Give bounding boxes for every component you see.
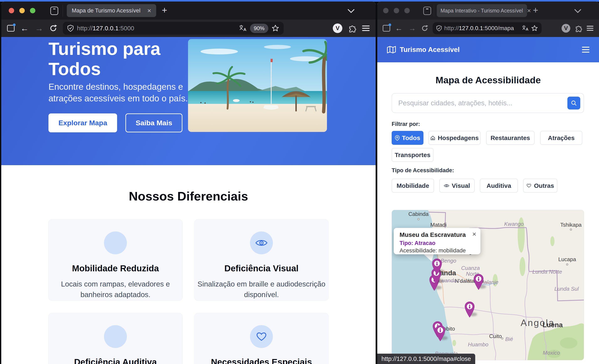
url-text[interactable]: http://127.0.0.1:5000/mapa xyxy=(444,25,514,32)
map-label: Kwango xyxy=(504,221,524,227)
filter-atracoes-button[interactable]: Atrações xyxy=(540,131,582,145)
bookmark-star-icon[interactable] xyxy=(272,25,279,32)
type-auditiva-button[interactable]: Auditiva xyxy=(480,179,518,193)
tab-close-icon[interactable]: × xyxy=(147,7,151,14)
map-label: Lucapa xyxy=(558,256,576,262)
card-title: Mobilidade Reduzida xyxy=(48,263,182,273)
filter-label: Filtrar por: xyxy=(392,121,420,127)
workspaces-icon[interactable] xyxy=(50,7,58,15)
back-button[interactable]: ← xyxy=(394,24,404,33)
tab-close-icon[interactable]: × xyxy=(527,7,531,14)
divider xyxy=(434,5,434,17)
card-description: Locais com rampas, elevadores e banheiro… xyxy=(51,279,180,300)
saiba-mais-button[interactable]: Saiba Mais xyxy=(125,113,182,132)
reload-button[interactable] xyxy=(421,25,428,32)
reload-button[interactable] xyxy=(49,24,57,32)
heart-icon xyxy=(256,332,267,342)
map-label: Tshikapa xyxy=(560,222,582,228)
popup-close-icon[interactable]: × xyxy=(472,230,476,238)
map-label: Bié xyxy=(505,336,513,342)
new-tab-button[interactable]: + xyxy=(533,5,538,15)
tab-mapa-de-turismo[interactable]: Mapa de Turismo Acessível × xyxy=(67,4,156,17)
beach-scene xyxy=(188,39,327,132)
right-tab-bar: Mapa Interativo - Turismo Acessível × + xyxy=(377,2,599,19)
filter-todos-button[interactable]: Todos xyxy=(392,131,423,145)
forward-button[interactable]: → xyxy=(408,24,417,33)
translate-icon[interactable]: A xyxy=(239,25,247,32)
tab-list-chevron-icon[interactable] xyxy=(347,9,355,13)
address-bar[interactable]: http://127.0.0.1:5000/mapa A xyxy=(433,22,542,34)
pin-icon xyxy=(395,135,400,141)
forward-button[interactable]: → xyxy=(35,24,44,33)
map-logo-icon xyxy=(387,46,396,54)
profile-avatar[interactable]: V xyxy=(333,24,342,33)
bookmark-star-icon[interactable] xyxy=(531,25,538,32)
url-text[interactable]: http://127.0.0.1:5000 xyxy=(77,25,134,32)
card-mobilidade-reduzida: Mobilidade Reduzida Locais com rampas, e… xyxy=(48,219,183,301)
panel-toggle-icon[interactable] xyxy=(7,25,15,32)
menu-icon[interactable] xyxy=(587,25,594,31)
svg-text:A: A xyxy=(243,27,246,32)
back-button[interactable]: ← xyxy=(20,24,29,33)
card-deficiencia-auditiva: Deficiência Auditiva xyxy=(48,313,183,364)
tab-mapa-interativo[interactable]: Mapa Interativo - Turismo Acessível × xyxy=(437,4,527,17)
maximize-window-button[interactable] xyxy=(404,8,410,13)
window-controls[interactable] xyxy=(383,8,410,13)
zoom-level-badge[interactable]: 90% xyxy=(250,24,268,33)
map-popup: Museu da Escravatura Tipo: Atracao Acess… xyxy=(394,228,480,254)
site-security-shield-icon[interactable] xyxy=(67,25,74,32)
map-label: Cuanza xyxy=(461,265,480,271)
eye-icon xyxy=(444,184,449,188)
filter-hospedagens-button[interactable]: Hospedagens xyxy=(428,131,480,145)
svg-text:A: A xyxy=(526,27,529,31)
map-container[interactable]: CabindaMatadiKwangoTshikapaLucapaLunda N… xyxy=(392,210,584,360)
hero-section: Turismo para Todos Encontre destinos, ho… xyxy=(1,37,376,165)
type-outras-button[interactable]: Outras xyxy=(523,179,557,193)
house-icon xyxy=(430,135,435,140)
map-label: Luena xyxy=(542,321,563,329)
tab-list-chevron-icon[interactable] xyxy=(574,9,582,13)
workspaces-icon[interactable] xyxy=(423,7,431,15)
type-label: Tipo de Acessibilidade: xyxy=(392,167,454,174)
type-visual-button[interactable]: Visual xyxy=(439,179,475,193)
minimize-window-button[interactable] xyxy=(394,8,399,13)
window-controls[interactable] xyxy=(9,8,35,13)
right-toolbar: ← → http://127.0.0.1:5000/mapa A V xyxy=(377,19,599,37)
hero-beach-image xyxy=(188,39,327,132)
notification-dot xyxy=(13,24,16,26)
map-label: Cabinda xyxy=(408,211,429,217)
filter-transportes-button[interactable]: Transportes xyxy=(392,148,433,162)
brand-name[interactable]: Turismo Acessível xyxy=(400,46,460,54)
left-browser-window: Mapa de Turismo Acessível × + ← → http:/… xyxy=(1,2,376,364)
map-label: Lunda Norte xyxy=(532,269,562,275)
close-window-button[interactable] xyxy=(383,8,388,13)
card-necessidades-especiais: Necessidades Especiais xyxy=(194,313,329,364)
minimize-window-button[interactable] xyxy=(19,8,25,13)
search-input[interactable] xyxy=(392,99,567,107)
explorar-mapa-button[interactable]: Explorar Mapa xyxy=(48,113,117,132)
card-title: Necessidades Especiais xyxy=(194,357,328,364)
status-link-preview: http://127.0.0.1:5000/mapa#close xyxy=(377,354,475,364)
features-cards: Mobilidade Reduzida Locais com rampas, e… xyxy=(48,219,329,364)
new-tab-button[interactable]: + xyxy=(162,5,167,15)
menu-icon[interactable] xyxy=(362,25,370,31)
filter-restaurantes-button[interactable]: Restaurantes xyxy=(486,131,535,145)
app-menu-icon[interactable] xyxy=(582,45,590,54)
panel-toggle-icon[interactable] xyxy=(383,25,390,32)
search-icon xyxy=(571,100,577,106)
right-page-viewport: Turismo Acessível Mapa de Acessibilidade… xyxy=(377,37,599,364)
type-mobilidade-button[interactable]: Mobilidade xyxy=(392,179,434,193)
search-bar xyxy=(392,93,584,113)
search-button[interactable] xyxy=(567,97,580,110)
maximize-window-button[interactable] xyxy=(30,8,35,13)
close-window-button[interactable] xyxy=(9,8,14,13)
map-label: Matadi xyxy=(430,222,447,228)
site-security-shield-icon[interactable] xyxy=(436,25,442,31)
address-bar[interactable]: http://127.0.0.1:5000 A 90% xyxy=(63,22,284,35)
profile-avatar[interactable]: V xyxy=(562,24,570,33)
right-browser-window: Mapa Interativo - Turismo Acessível × + … xyxy=(377,2,599,364)
extensions-puzzle-icon[interactable] xyxy=(574,24,582,32)
extensions-puzzle-icon[interactable] xyxy=(348,24,356,33)
translate-icon[interactable]: A xyxy=(522,25,529,31)
hero-title: Turismo para Todos xyxy=(48,39,182,79)
